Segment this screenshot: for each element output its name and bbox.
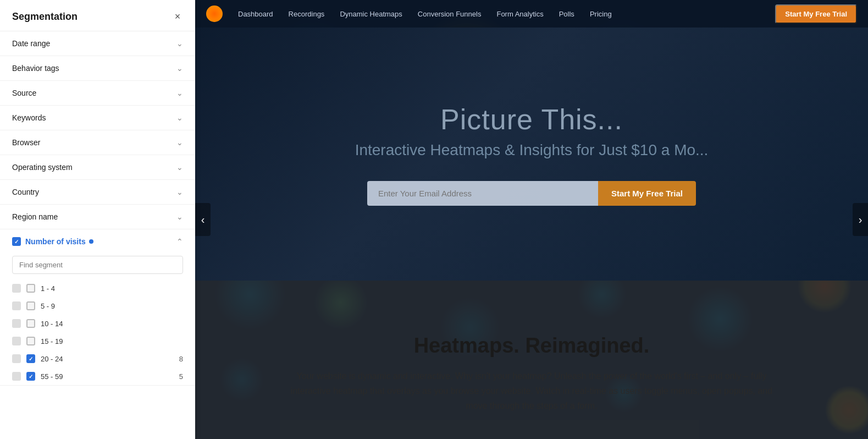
filter-operating-system: Operating system ⌄ <box>0 155 195 180</box>
filter-behavior-tags: Behavior tags ⌄ <box>0 56 195 81</box>
main-content: Picture This... Interactive Heatmaps & I… <box>195 0 868 439</box>
filter-label-country: Country <box>12 188 39 196</box>
filter-row-region-name[interactable]: Region name ⌄ <box>0 205 195 229</box>
filter-row-behavior-tags[interactable]: Behavior tags ⌄ <box>0 56 195 80</box>
chevron-down-icon: ⌄ <box>176 64 183 73</box>
chevron-up-icon: ⌃ <box>176 237 183 246</box>
segment-item-20-24: 20 - 24 8 <box>0 350 195 367</box>
filter-source: Source ⌄ <box>0 81 195 106</box>
segment-checkbox-10-14[interactable] <box>26 319 35 328</box>
filter-label-operating-system: Operating system <box>12 163 73 172</box>
segment-label-10-14: 10 - 14 <box>41 320 63 328</box>
secondary-body: Your website is dynamic and interactive.… <box>284 369 779 414</box>
chevron-down-icon: ⌄ <box>176 138 183 147</box>
filter-label-browser: Browser <box>12 138 40 147</box>
segment-item-left: 10 - 14 <box>12 319 63 328</box>
nav-arrow-right[interactable]: › <box>853 203 868 236</box>
filter-row-keywords[interactable]: Keywords ⌄ <box>0 106 195 130</box>
hero-cta-button[interactable]: Start My Free Trial <box>598 181 696 206</box>
nav-cta-button[interactable]: Start My Free Trial <box>775 4 857 24</box>
segment-count-55-59: 5 <box>179 372 183 381</box>
number-of-visits-header-left: Number of visits <box>12 237 93 246</box>
filter-row-country[interactable]: Country ⌄ <box>0 180 195 204</box>
filter-label-region-name: Region name <box>12 212 58 221</box>
segment-icon <box>12 337 21 345</box>
chevron-down-icon: ⌄ <box>176 163 183 172</box>
filter-date-range: Date range ⌄ <box>0 31 195 56</box>
segment-search-input[interactable] <box>12 256 183 274</box>
segment-checkbox-1-4[interactable] <box>26 284 35 293</box>
segment-checkbox-15-19[interactable] <box>26 337 35 345</box>
chevron-down-icon: ⌄ <box>176 39 183 48</box>
secondary-section: Heatmaps. Reimagined. Your website is dy… <box>195 281 868 439</box>
nav-link-form-analytics[interactable]: Form Analytics <box>491 8 549 20</box>
segment-item-left: 1 - 4 <box>12 284 55 293</box>
filter-label-number-of-visits: Number of visits <box>25 237 93 246</box>
hero-form: Start My Free Trial <box>367 181 696 206</box>
filter-label-date-range: Date range <box>12 39 50 48</box>
filter-row-browser[interactable]: Browser ⌄ <box>0 130 195 155</box>
chevron-down-icon: ⌄ <box>176 113 183 122</box>
filter-row-number-of-visits[interactable]: Number of visits ⌃ <box>0 229 195 254</box>
segment-item-left: 20 - 24 <box>12 354 63 363</box>
segment-label-5-9: 5 - 9 <box>41 302 55 310</box>
active-dot <box>89 239 93 244</box>
nav-link-funnels[interactable]: Conversion Funnels <box>412 8 487 20</box>
segmentation-panel: Segmentation × Date range ⌄ Behavior tag… <box>0 0 195 439</box>
filter-number-of-visits: Number of visits ⌃ 1 - 4 5 - 9 <box>0 229 195 386</box>
segment-label-20-24: 20 - 24 <box>41 355 63 363</box>
nav-link-heatmaps[interactable]: Dynamic Heatmaps <box>334 8 407 20</box>
hero-subtitle: Interactive Heatmaps & Insights for Just… <box>355 141 709 159</box>
filter-row-source[interactable]: Source ⌄ <box>0 81 195 105</box>
filter-row-date-range[interactable]: Date range ⌄ <box>0 31 195 56</box>
nav-link-polls[interactable]: Polls <box>554 8 580 20</box>
segment-item-15-19: 15 - 19 <box>0 332 195 350</box>
segment-item-left: 5 - 9 <box>12 301 55 310</box>
segment-checkbox-55-59[interactable] <box>26 372 35 381</box>
panel-header: Segmentation × <box>0 0 195 31</box>
filter-region-name: Region name ⌄ <box>0 205 195 229</box>
nav-links: Dashboard Recordings Dynamic Heatmaps Co… <box>206 6 617 22</box>
segment-item-left: 55 - 59 <box>12 372 63 381</box>
segment-icon <box>12 284 21 293</box>
segment-label-55-59: 55 - 59 <box>41 372 63 381</box>
secondary-title: Heatmaps. Reimagined. <box>414 334 650 358</box>
chevron-down-icon: ⌄ <box>176 188 183 196</box>
top-nav: Dashboard Recordings Dynamic Heatmaps Co… <box>195 0 868 28</box>
nav-link-dashboard[interactable]: Dashboard <box>233 8 279 20</box>
chevron-down-icon: ⌄ <box>176 89 183 97</box>
filter-keywords: Keywords ⌄ <box>0 106 195 130</box>
close-button[interactable]: × <box>171 10 184 23</box>
segment-count-20-24: 8 <box>179 355 183 363</box>
filter-label-keywords: Keywords <box>12 113 46 122</box>
segment-item-5-9: 5 - 9 <box>0 297 195 315</box>
filter-label-behavior-tags: Behavior tags <box>12 64 59 73</box>
segment-item-55-59: 55 - 59 5 <box>0 367 195 385</box>
segment-checkbox-20-24[interactable] <box>26 354 35 363</box>
filter-country: Country ⌄ <box>0 180 195 205</box>
email-input[interactable] <box>367 181 598 206</box>
hero-title: Picture This... <box>440 103 623 136</box>
hero-section: Picture This... Interactive Heatmaps & I… <box>195 28 868 281</box>
filter-row-operating-system[interactable]: Operating system ⌄ <box>0 155 195 179</box>
segment-label-1-4: 1 - 4 <box>41 284 55 293</box>
segment-icon <box>12 301 21 310</box>
segment-icon <box>12 319 21 328</box>
segment-icon <box>12 354 21 363</box>
panel-title: Segmentation <box>12 11 78 23</box>
nav-arrow-left[interactable]: ‹ <box>195 203 211 236</box>
number-of-visits-checkbox[interactable] <box>12 237 21 246</box>
segment-icon <box>12 372 21 381</box>
chevron-down-icon: ⌄ <box>176 212 183 221</box>
segment-item-1-4: 1 - 4 <box>0 279 195 297</box>
filter-browser: Browser ⌄ <box>0 130 195 155</box>
app-logo <box>206 6 223 22</box>
segment-label-15-19: 15 - 19 <box>41 337 63 345</box>
nav-link-pricing[interactable]: Pricing <box>584 8 617 20</box>
filter-label-source: Source <box>12 89 36 97</box>
segment-item-10-14: 10 - 14 <box>0 315 195 332</box>
nav-link-recordings[interactable]: Recordings <box>283 8 330 20</box>
segment-item-left: 15 - 19 <box>12 337 63 345</box>
segment-checkbox-5-9[interactable] <box>26 301 35 310</box>
